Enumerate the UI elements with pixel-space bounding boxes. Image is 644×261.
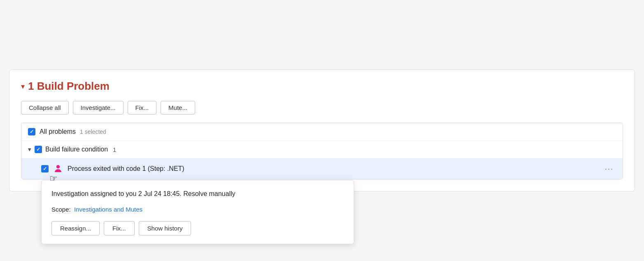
title-chevron-icon[interactable]: ▾ — [21, 82, 25, 91]
build-failure-label: Build failure condition — [45, 146, 108, 153]
tooltip-popup: Investigation assigned to you 2 Jul 24 1… — [41, 180, 354, 244]
tooltip-fix-button[interactable]: Fix... — [104, 221, 135, 235]
problem-item-row: ✓ Process exited with code 1 (Step: .NET… — [21, 158, 623, 179]
problem-item-inner: ✓ Process exited with code 1 (Step: .NET… — [41, 163, 602, 174]
selected-badge: 1 selected — [80, 128, 106, 135]
problem-text: Process exited with code 1 (Step: .NET) — [68, 165, 184, 172]
page-title: 1 Build Problem — [28, 80, 110, 93]
problem-item-check-icon: ✓ — [43, 166, 47, 172]
svg-rect-2 — [56, 169, 60, 172]
build-failure-chevron-icon[interactable]: ▾ — [28, 146, 31, 153]
scope-label: Scope: — [51, 206, 71, 213]
main-container: ▾ 1 Build Problem Collapse all Investiga… — [9, 70, 635, 191]
more-options-button[interactable]: ··· — [602, 165, 616, 173]
all-problems-checkbox[interactable]: ✓ — [28, 128, 35, 135]
build-failure-check-icon: ✓ — [36, 147, 40, 152]
fix-button[interactable]: Fix... — [128, 101, 157, 114]
mute-button[interactable]: Mute... — [161, 101, 195, 114]
build-failure-checkbox[interactable]: ✓ — [35, 146, 42, 153]
investigate-button[interactable]: Investigate... — [73, 101, 124, 114]
checkbox-check-icon: ✓ — [30, 129, 34, 135]
build-failure-count: 1 — [113, 146, 116, 153]
tooltip-buttons: Reassign... Fix... Show history — [51, 221, 344, 235]
tooltip-body-text: Investigation assigned to you 2 Jul 24 1… — [51, 189, 344, 199]
reassign-button[interactable]: Reassign... — [51, 221, 100, 235]
show-history-button[interactable]: Show history — [139, 221, 191, 235]
collapse-all-button[interactable]: Collapse all — [21, 101, 69, 114]
problems-section: ✓ All problems 1 selected ▾ ✓ Build fail… — [21, 123, 623, 179]
build-failure-row: ▾ ✓ Build failure condition 1 — [21, 141, 623, 158]
page-title-row: ▾ 1 Build Problem — [21, 80, 623, 93]
scope-line: Scope: Investigations and Mutes — [51, 206, 344, 213]
problem-item-checkbox[interactable]: ✓ — [41, 165, 49, 172]
svg-point-1 — [56, 165, 60, 168]
all-problems-row: ✓ All problems 1 selected — [21, 123, 623, 141]
all-problems-label: All problems — [40, 128, 76, 135]
scope-link[interactable]: Investigations and Mutes — [74, 206, 142, 213]
investigation-icon — [53, 163, 63, 174]
toolbar: Collapse all Investigate... Fix... Mute.… — [21, 101, 623, 114]
